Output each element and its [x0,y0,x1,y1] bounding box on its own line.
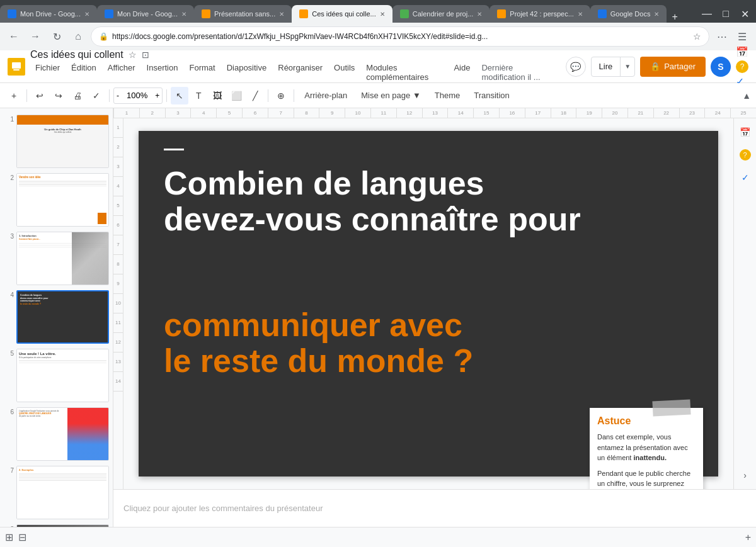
presenter-notes-bar[interactable]: Cliquez pour ajouter les commentaires du… [113,489,756,527]
tab-close-current[interactable]: ✕ [380,11,385,18]
slide-preview-8[interactable]: Voici Alberto... [16,524,109,527]
share-button[interactable]: 🔒 Partager [640,57,706,77]
slide-canvas[interactable]: Combien de langues devez-vous connaître … [139,131,718,477]
image-tool-button[interactable]: 🖼 [209,87,226,104]
layout-button[interactable]: Mise en page ▼ [355,88,427,103]
tab-gdocs[interactable]: Google Docs ✕ [590,5,667,23]
collapse-toolbar-button[interactable]: ▲ [742,91,751,101]
theme-button[interactable]: Theme [428,88,466,103]
tab-close-drive-2[interactable]: ✕ [181,11,186,18]
slide-main-text[interactable]: Combien de langues devez-vous connaître … [164,166,605,237]
menu-reorganiser[interactable]: Réorganiser [273,60,328,84]
slide-list-view-button[interactable]: ⊞ [5,531,13,543]
home-button[interactable]: ⌂ [69,28,87,45]
tab-drive-2[interactable]: Mon Drive - Goog... ✕ [97,5,194,23]
undo-button[interactable]: ↩ [31,87,49,104]
menu-outils[interactable]: Outils [329,60,360,84]
slide-preview-6[interactable]: L'application Google Traduction vous per… [16,407,109,461]
slide-preview-5[interactable]: Une seule ! La vôtre. Et la participatio… [16,349,109,402]
tab-projet[interactable]: Projet 42 : perspec... ✕ [490,5,590,23]
read-main-button[interactable]: Lire [592,57,621,76]
spellcheck-button[interactable]: ✓ [88,87,105,104]
redo-button[interactable]: ↪ [50,87,67,104]
tab-close-projet[interactable]: ✕ [578,11,583,18]
slide-thumb-7[interactable]: 7 2. Exemples [3,465,110,521]
slide-preview-1[interactable]: Un guide de Chip et Dan Heath Ces idées … [16,115,109,168]
app-title: Ces idées qui collent ☆ ⊡ [30,49,561,60]
user-avatar[interactable]: S [711,57,731,77]
menu-insertion[interactable]: Insertion [142,60,183,84]
zoom-control[interactable]: - 100% + [113,87,163,104]
add-button[interactable]: + [5,87,23,104]
tab-pres[interactable]: Présentation sans... ✕ [194,5,292,23]
new-tab-button[interactable]: + [667,11,682,23]
slide-orange-text[interactable]: communiquer avec le reste du monde ? [164,307,605,379]
menu-edition[interactable]: Édition [66,60,101,84]
back-button[interactable]: ← [5,28,23,45]
slide-thumb-5[interactable]: 5 Une seule ! La vôtre. Et la participat… [3,347,110,403]
background-button[interactable]: Arrière-plan [298,88,353,103]
app-container: Ces idées qui collent ☆ ⊡ Fichier Éditio… [0,50,756,547]
zoom-in-button[interactable]: + [152,91,162,100]
close-button[interactable]: ✕ [736,5,753,23]
extensions-button[interactable]: ⋯ [713,28,731,45]
menu-format[interactable]: Format [184,60,220,84]
minimize-button[interactable]: — [698,5,716,23]
zoom-value: 100% [122,91,152,100]
calendar-sidebar-button[interactable]: 📅 [736,123,754,141]
bookmark-icon[interactable]: ☆ [693,31,701,42]
add-slide-button[interactable]: + [745,532,751,543]
settings-button[interactable]: ☰ [733,28,751,45]
tab-drive-1[interactable]: Mon Drive - Goog... ✕ [0,5,97,23]
transition-button[interactable]: Transition [467,88,516,103]
tab-close-drive-1[interactable]: ✕ [84,11,89,18]
slide-thumb-2[interactable]: 2 Vendre son idée [3,172,110,228]
folder-icon[interactable]: ⊡ [142,50,149,60]
slide-grid-view-button[interactable]: ⊟ [18,531,26,543]
astuce-box[interactable]: Astuce Dans cet exemple, vous entamez la… [590,408,703,489]
ruler-tick-8: 8 [294,108,319,118]
help-sidebar-button[interactable]: ? [736,146,754,164]
zoom-out-button[interactable]: - [114,91,122,100]
read-button[interactable]: Lire ▼ [591,57,636,77]
maximize-button[interactable]: □ [717,5,735,23]
canvas-scroll[interactable]: Combien de langues devez-vous connaître … [123,118,733,489]
cursor-tool-button[interactable]: ↖ [171,87,188,104]
menu-fichier[interactable]: Fichier [30,60,65,84]
slide-thumb-1[interactable]: 1 Un guide de Chip et Dan Heath Ces idée… [3,113,110,169]
tab-close-calendar[interactable]: ✕ [477,11,482,18]
tab-current[interactable]: Ces idées qui colle... ✕ [292,5,392,23]
expand-right-button[interactable]: › [736,466,754,484]
slide-preview-2[interactable]: Vendre son idée [16,173,109,227]
slide-preview-4[interactable]: Combien de langues devez-vous connaître … [16,290,109,344]
slide-thumb-3[interactable]: 3 1. Introduction Comment faire passer..… [3,230,110,286]
tab-close-gdocs[interactable]: ✕ [654,11,659,18]
shape-tool-button[interactable]: ⬜ [227,87,245,104]
read-dropdown-button[interactable]: ▼ [620,57,634,76]
text-tool-button[interactable]: T [190,87,207,104]
address-bar[interactable]: 🔒 https://docs.google.com/presentation/d… [91,26,709,47]
menu-modules[interactable]: Modules complémentaires [361,60,447,84]
ruler-tick-11: 11 [370,108,396,118]
menu-diapositive[interactable]: Diapositive [222,60,272,84]
favorite-star-icon[interactable]: ☆ [129,50,137,60]
slide-thumb-8[interactable]: 8 Voici Alberto... [3,523,110,527]
slide-preview-7[interactable]: 2. Exemples [16,466,109,519]
slide-thumb-6[interactable]: 6 L'application Google Traduction vous p… [3,406,110,462]
slide-thumb-4[interactable]: 4 Combien de langues devez-vous connaîtr… [3,289,110,345]
print-button[interactable]: 🖨 [69,87,86,104]
ruler-v-tick-7: 7 [113,235,123,255]
forward-button[interactable]: → [26,28,44,45]
help-icon[interactable]: ? [736,60,748,73]
menu-aide[interactable]: Aide [449,60,475,84]
line-tool-button[interactable]: ╱ [246,87,264,104]
tab-calendar[interactable]: Calendrier de proj... ✕ [392,5,490,23]
calendar-icon[interactable]: 📅 [736,46,748,58]
slide-preview-3[interactable]: 1. Introduction Comment faire passer... [16,232,109,285]
plus-more-button[interactable]: ⊕ [272,87,290,104]
menu-afficher[interactable]: Afficher [103,60,140,84]
keep-sidebar-button[interactable]: ✓ [736,169,754,186]
comment-button[interactable]: 💬 [566,57,586,77]
tab-close-pres[interactable]: ✕ [279,11,284,18]
reload-button[interactable]: ↻ [48,28,66,45]
